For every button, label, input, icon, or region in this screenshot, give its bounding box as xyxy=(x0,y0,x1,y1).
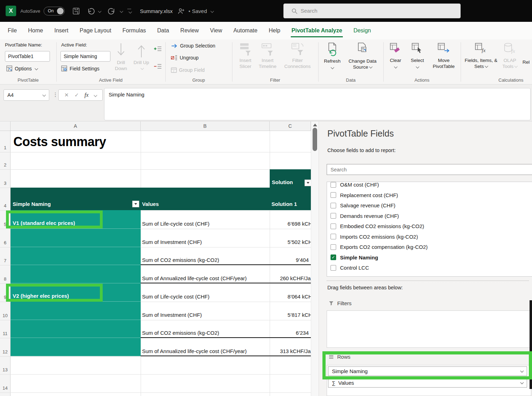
options-button[interactable]: Options xyxy=(6,65,38,72)
ungroup-button[interactable]: Ungroup xyxy=(171,55,199,61)
pivottable-name-input[interactable]: PivotTable1 xyxy=(5,51,50,62)
column-header-c[interactable]: C xyxy=(270,121,311,131)
tab-data[interactable]: Data xyxy=(156,25,170,36)
pivot-value-cell[interactable]: 5’502 kCHF xyxy=(270,229,311,247)
move-pivottable-button[interactable]: Move PivotTable xyxy=(429,42,459,69)
drill-down-button[interactable]: Drill Down xyxy=(112,42,130,71)
drill-up-button[interactable]: Drill Up xyxy=(132,42,150,71)
select-all-corner[interactable] xyxy=(0,121,11,131)
insert-timeline-button[interactable]: Insert Timeline xyxy=(257,42,278,69)
row-header-1[interactable]: 1 xyxy=(0,131,10,152)
pivot-measure-cell[interactable]: Sum of Investment (CHF) xyxy=(142,302,269,320)
pill-dropdown-icon[interactable] xyxy=(520,381,524,384)
olap-tools-button[interactable]: fx OLAP Tools xyxy=(500,42,520,69)
field-item[interactable]: Embodied CO2 emissions (kg-CO2) xyxy=(327,221,532,232)
pivot-value-cell[interactable]: 8’064 kCHF xyxy=(270,283,311,302)
pivot-value-cell[interactable]: 6’234 xyxy=(270,320,309,338)
field-item-selected[interactable]: ✓ Simple Naming xyxy=(327,252,532,263)
column-header-b[interactable]: B xyxy=(141,121,270,131)
saved-chevron-icon[interactable] xyxy=(211,10,214,13)
pivot-value-cell[interactable]: 5’817 kCHF xyxy=(270,302,311,320)
group-selection-button[interactable]: Group Selection xyxy=(171,43,215,49)
checkbox-unchecked-icon[interactable] xyxy=(331,265,336,271)
fields-search-input[interactable]: Search xyxy=(327,164,532,175)
field-item[interactable]: Control LCC xyxy=(327,263,532,273)
pivot-measure-cell[interactable]: Sum of CO2 emissions (kg-CO2) xyxy=(142,320,269,338)
checkbox-unchecked-icon[interactable] xyxy=(331,213,336,219)
pivot-row-group-cell[interactable]: V2 (higher elec prices) xyxy=(11,283,141,302)
field-item[interactable]: Salvage revenue (CHF) xyxy=(327,200,532,211)
row-header-14[interactable]: 14 xyxy=(0,374,10,392)
pivot-row-group-cell[interactable] xyxy=(11,229,141,247)
checkbox-checked-icon[interactable]: ✓ xyxy=(331,254,336,260)
values-field-pill[interactable]: ∑ Values xyxy=(328,378,527,388)
row-header-5[interactable]: 5 xyxy=(0,210,10,229)
checkbox-unchecked-icon[interactable] xyxy=(331,192,336,198)
select-button[interactable]: Select xyxy=(407,42,428,69)
filters-drop-area[interactable] xyxy=(327,310,531,348)
tab-formulas[interactable]: Formulas xyxy=(122,25,147,36)
tab-design[interactable]: Design xyxy=(353,25,372,36)
field-settings-button[interactable]: Field Settings xyxy=(61,65,100,72)
scroll-up-icon[interactable] xyxy=(313,124,317,126)
quick-access-icon[interactable] xyxy=(127,9,131,9)
checkbox-unchecked-icon[interactable] xyxy=(331,203,336,208)
autosave-toggle[interactable]: On xyxy=(44,7,65,15)
pivot-measure-cell[interactable]: Sum of CO2 emissions (kg-CO2) xyxy=(142,247,269,265)
row-header-9[interactable]: 9 xyxy=(0,283,10,302)
filter-connections-button[interactable]: Filter Connections xyxy=(281,42,314,69)
pivot-row-group-cell[interactable] xyxy=(11,320,141,338)
field-item[interactable]: Imports CO2 emissions (kg-CO2) xyxy=(327,232,532,242)
field-item[interactable]: O&M cost (CHF) xyxy=(327,182,532,190)
row-field-header[interactable]: Simple Naming xyxy=(13,201,51,207)
pivot-value-cell[interactable]: 6’698 kCHF xyxy=(270,210,311,229)
pane-scrollbar[interactable] xyxy=(530,300,532,389)
tab-review[interactable]: Review xyxy=(180,25,199,36)
quick-access-chevron-icon[interactable] xyxy=(129,10,132,14)
sheet-title-cell[interactable]: Costs summary xyxy=(13,131,106,152)
formula-bar-expand-icon[interactable] xyxy=(94,93,97,97)
formula-input[interactable]: Simple Naming xyxy=(104,88,531,120)
search-input[interactable]: Search xyxy=(283,4,461,18)
tab-file[interactable]: File xyxy=(7,25,18,36)
redo-icon[interactable] xyxy=(108,7,116,15)
insert-function-icon[interactable]: fx xyxy=(84,92,89,98)
values-header[interactable]: Values xyxy=(142,201,159,207)
row-header-13[interactable]: 13 xyxy=(0,356,10,374)
cancel-icon[interactable]: ✕ xyxy=(64,92,69,98)
checkbox-unchecked-icon[interactable] xyxy=(331,234,336,239)
save-icon[interactable] xyxy=(72,7,80,15)
group-field-button[interactable]: 7 Group Field xyxy=(171,67,205,73)
pivot-measure-cell[interactable]: Sum of Life-cycle cost (CHF) xyxy=(142,283,269,302)
share-person-icon[interactable] xyxy=(178,8,185,15)
pivot-row-group-cell[interactable]: V1 (standard elec prices) xyxy=(11,210,141,229)
row-header-6[interactable]: 6 xyxy=(0,229,10,247)
active-field-input[interactable]: Simple Naming xyxy=(60,51,110,62)
pivot-value-cell[interactable]: 9’404 xyxy=(270,247,309,265)
row-header-12[interactable]: 12 xyxy=(0,338,10,356)
tab-automate[interactable]: Automate xyxy=(233,25,258,36)
relationships-button[interactable]: Rel xyxy=(523,59,530,65)
solution1-header[interactable]: Solution 1 xyxy=(271,201,297,207)
pivot-measure-cell[interactable]: Sum of Annualized life-cycle cost (CHF/y… xyxy=(142,265,269,283)
tab-page-layout[interactable]: Page Layout xyxy=(79,25,112,36)
checkbox-unchecked-icon[interactable] xyxy=(331,244,336,250)
field-item[interactable]: Replacement cost (CHF) xyxy=(327,190,532,201)
row-header-8[interactable]: 8 xyxy=(0,265,10,283)
tab-help[interactable]: Help xyxy=(268,25,281,36)
row-header-4[interactable]: 4 xyxy=(0,188,10,210)
field-item[interactable]: Demands revenue (CHF) xyxy=(327,211,532,221)
enter-icon[interactable]: ✓ xyxy=(75,92,79,98)
document-title[interactable]: Summary.xlsx xyxy=(140,0,173,22)
pivot-row-group-cell[interactable] xyxy=(11,265,141,283)
tab-pivottable-analyze[interactable]: PivotTable Analyze xyxy=(291,25,343,36)
pivot-measure-cell[interactable]: Sum of Annualized life-cycle cost (CHF/y… xyxy=(142,338,269,356)
pill-dropdown-icon[interactable] xyxy=(520,369,524,373)
row-header-11[interactable]: 11 xyxy=(0,320,10,338)
rows-field-pill[interactable]: Simple Naming xyxy=(328,366,527,376)
tab-home[interactable]: Home xyxy=(27,25,44,36)
change-data-source-button[interactable]: Change Data Source xyxy=(345,42,380,70)
redo-dropdown-icon[interactable] xyxy=(120,10,123,13)
row-header-10[interactable]: 10 xyxy=(0,302,10,320)
pivot-row-group-cell[interactable] xyxy=(11,338,141,356)
